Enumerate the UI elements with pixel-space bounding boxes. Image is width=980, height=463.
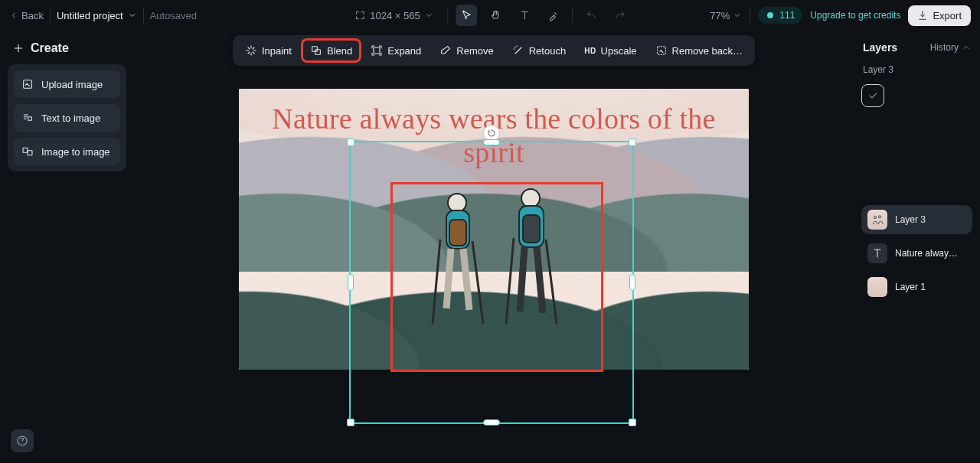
layer-row-text[interactable]: Nature always w… [861, 239, 972, 268]
export-label: Export [933, 10, 962, 21]
image-to-image-button[interactable]: Image to image [14, 138, 120, 165]
layer-thumb [867, 277, 887, 297]
credits-icon [766, 11, 775, 20]
layer-thumb [867, 243, 887, 263]
tab-layers[interactable]: Layers [863, 41, 897, 54]
expand-icon [371, 44, 383, 57]
layer-visibility-toggle[interactable] [861, 84, 884, 107]
credits-count: 111 [779, 10, 795, 21]
create-header: Create [8, 38, 126, 64]
layer-label: Layer 3 [895, 214, 926, 225]
svg-rect-2 [28, 117, 32, 121]
remove-bg-button[interactable]: Remove back… [648, 40, 750, 61]
left-sidebar: Create Upload image Text to image Image … [0, 31, 134, 463]
action-toolbar: Inpaint Blend Expand Remove Retouch [233, 35, 755, 66]
resize-handle-bl[interactable] [347, 419, 354, 426]
chevron-down-icon [425, 11, 434, 20]
image-to-image-label: Image to image [41, 146, 110, 158]
chevron-down-icon [733, 11, 742, 20]
chevron-down-icon [128, 11, 137, 20]
layer-thumb [867, 210, 887, 230]
separator [750, 8, 750, 23]
tab-history-label: History [930, 42, 959, 53]
canvas-dim-value: 1024 × 565 [370, 10, 420, 21]
download-icon [917, 10, 928, 21]
upload-image-label: Upload image [41, 79, 103, 90]
sparkle-icon [245, 44, 257, 57]
resize-handle-bottom[interactable] [483, 419, 500, 426]
canvas-wrap: Nature always wears the colors of the sp… [239, 89, 749, 370]
resize-handle-br[interactable] [629, 419, 636, 426]
text-to-image-button[interactable]: Text to image [14, 104, 120, 132]
plus-icon [12, 42, 24, 54]
annotation-highlight-box [390, 182, 603, 372]
export-button[interactable]: Export [908, 5, 971, 26]
create-label: Create [31, 41, 69, 55]
separator [448, 8, 449, 23]
retouch-label: Retouch [529, 45, 566, 57]
resize-handle-tr[interactable] [629, 139, 636, 146]
expand-label: Expand [387, 45, 421, 57]
help-icon [16, 435, 28, 447]
remove-bg-label: Remove back… [672, 45, 743, 57]
expand-button[interactable]: Expand [363, 40, 429, 61]
blend-button[interactable]: Blend [302, 40, 360, 61]
people-icon [871, 213, 884, 227]
eyedropper-tool-button[interactable] [544, 5, 565, 26]
resize-handle-top[interactable] [483, 139, 500, 145]
project-name: Untitled project [57, 10, 123, 21]
rotate-icon [487, 129, 496, 138]
svg-rect-4 [28, 151, 32, 155]
svg-rect-6 [315, 50, 321, 55]
upscale-button[interactable]: HD Upscale [577, 41, 644, 61]
zoom-dropdown[interactable]: 77% [710, 10, 742, 21]
separator [50, 8, 51, 23]
help-button[interactable] [11, 429, 34, 452]
layer-row-layer3[interactable]: Layer 3 [861, 205, 972, 234]
inpaint-button[interactable]: Inpaint [237, 40, 299, 61]
text-tool-button[interactable] [514, 5, 536, 26]
select-tool-button[interactable] [456, 5, 478, 26]
layer-label: Nature always w… [895, 248, 961, 259]
right-sidebar: Layers History Layer 3 Layer 3 [854, 31, 980, 463]
resize-handle-tl[interactable] [347, 139, 354, 146]
back-label: Back [21, 10, 44, 21]
hand-tool-button[interactable] [485, 5, 507, 26]
canvas-area: Inpaint Blend Expand Remove Retouch [134, 31, 854, 463]
resize-handle-right[interactable] [629, 274, 635, 291]
upscale-label: Upscale [601, 45, 637, 57]
check-icon [867, 90, 878, 101]
wand-icon [512, 44, 524, 57]
retouch-button[interactable]: Retouch [505, 40, 573, 61]
credits-pill[interactable]: 111 [758, 7, 802, 24]
resize-handle-left[interactable] [348, 274, 354, 291]
svg-rect-3 [23, 148, 28, 152]
tab-history[interactable]: History [930, 42, 971, 53]
back-button[interactable]: Back [9, 10, 44, 21]
redo-button[interactable] [610, 5, 632, 26]
remove-button[interactable]: Remove [432, 40, 501, 61]
separator [573, 8, 573, 23]
autosaved-status: Autosaved [150, 10, 197, 21]
text-icon [519, 9, 531, 21]
image-to-image-icon [21, 145, 34, 158]
undo-button[interactable] [581, 5, 603, 26]
upgrade-link[interactable]: Upgrade to get credits [810, 10, 900, 21]
upload-image-button[interactable]: Upload image [14, 70, 120, 98]
layer-row-layer1[interactable]: Layer 1 [861, 272, 972, 302]
project-name-dropdown[interactable]: Untitled project [57, 10, 137, 21]
text-icon [871, 247, 884, 259]
hand-icon [490, 9, 502, 21]
layer-list: Layer 3 Nature always w… Layer 1 [861, 205, 972, 302]
canvas-size-dropdown[interactable]: 1024 × 565 [348, 7, 439, 24]
blend-label: Blend [327, 45, 352, 57]
rotate-handle[interactable] [484, 126, 499, 141]
resize-icon [354, 10, 365, 21]
chevron-up-icon [962, 43, 971, 52]
current-layer-title: Layer 3 [861, 60, 972, 80]
eyedropper-icon [548, 9, 560, 21]
zoom-value: 77% [710, 10, 730, 21]
svg-rect-7 [374, 47, 380, 54]
separator [143, 8, 144, 23]
undo-icon [586, 9, 598, 21]
